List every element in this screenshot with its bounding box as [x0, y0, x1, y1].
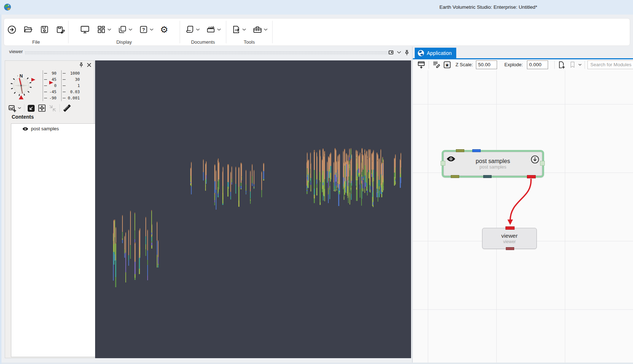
- input-port[interactable]: [472, 149, 481, 152]
- window-edge: [0, 363, 633, 364]
- azimuth-slider[interactable]: 90450-45-90: [43, 70, 56, 101]
- toolbar-separator: [554, 61, 555, 69]
- ribbon-toolbar: File ? ⚙: [4, 18, 630, 46]
- ribbon-group-label: Documents: [191, 39, 215, 46]
- sample-post: [231, 166, 232, 185]
- add-file-button[interactable]: [558, 60, 566, 69]
- sample-post: [381, 163, 382, 197]
- sample-post: [140, 228, 140, 258]
- add-viewport-icon: [8, 104, 16, 112]
- output-port[interactable]: [506, 247, 514, 250]
- scale-slider[interactable]: 10003010.030.001: [61, 70, 80, 101]
- edit-notes-button[interactable]: [432, 60, 441, 69]
- sample-post: [349, 163, 350, 205]
- favorites-button[interactable]: ★: [443, 60, 451, 69]
- node-resize-handle[interactable]: [441, 161, 445, 166]
- toolbox-button[interactable]: [250, 25, 270, 35]
- output-port[interactable]: [483, 175, 492, 178]
- run-button[interactable]: [4, 25, 19, 35]
- help-button[interactable]: ?: [136, 25, 156, 34]
- measure-ruler-button[interactable]: [63, 104, 71, 112]
- sample-post: [370, 149, 371, 193]
- add-file-icon: [558, 61, 566, 69]
- explode-input[interactable]: [527, 60, 548, 69]
- settings-button[interactable]: ⚙: [157, 25, 171, 34]
- application-toolbar: ★ Z Scale: Explode:: [413, 59, 633, 71]
- pane-splitter[interactable]: [412, 47, 413, 363]
- pin-icon[interactable]: [405, 50, 409, 55]
- ribbon-separator: [272, 21, 273, 43]
- add-viewport-button[interactable]: [8, 104, 21, 112]
- dashboard-button[interactable]: [94, 25, 114, 34]
- chevron-down-icon[interactable]: [397, 51, 401, 54]
- sample-post: [323, 149, 324, 185]
- output-port[interactable]: [451, 175, 459, 178]
- slider-tick: -45: [44, 89, 56, 95]
- animation-button[interactable]: [204, 25, 223, 34]
- sample-post: [319, 150, 320, 181]
- save-as-button[interactable]: [53, 25, 68, 35]
- bookmark-button[interactable]: [569, 60, 582, 69]
- export-document-button[interactable]: [229, 25, 249, 34]
- compass-widget[interactable]: N: [7, 71, 35, 101]
- open-folder-icon: [23, 25, 33, 35]
- contents-list[interactable]: post samples: [11, 123, 98, 357]
- visibility-eye-icon[interactable]: [22, 127, 28, 131]
- node-viewer[interactable]: viewer viewer: [482, 228, 537, 249]
- contents-item-post-samples[interactable]: post samples: [11, 124, 97, 133]
- open-project-button[interactable]: [21, 25, 36, 35]
- connection-wire[interactable]: [510, 179, 531, 221]
- fit-to-view-button[interactable]: [27, 104, 35, 112]
- input-port[interactable]: [456, 149, 464, 152]
- sample-post: [191, 162, 192, 194]
- toolbox-icon: [253, 25, 262, 35]
- pin-icon[interactable]: [79, 62, 83, 67]
- sample-post: [122, 215, 123, 243]
- add-module-button[interactable]: [417, 60, 426, 69]
- ribbon-group-label: File: [32, 39, 40, 46]
- module-network-canvas[interactable]: post samples post samples viewer viewer: [413, 70, 633, 364]
- z-scale-input[interactable]: [476, 60, 497, 69]
- explode-label: Explode:: [504, 60, 523, 69]
- sample-post: [125, 232, 126, 282]
- tab-application[interactable]: Application: [415, 48, 456, 58]
- cascade-windows-button[interactable]: [115, 25, 135, 34]
- module-search-input[interactable]: [587, 60, 633, 69]
- sample-post: [379, 158, 380, 197]
- sample-post: [336, 150, 336, 182]
- float-window-icon[interactable]: [388, 50, 394, 55]
- close-icon[interactable]: [87, 63, 91, 67]
- sample-post: [316, 152, 317, 184]
- journal-icon: [185, 25, 195, 34]
- download-circle-icon[interactable]: [531, 155, 539, 164]
- pane-drag-texture[interactable]: [25, 51, 389, 55]
- sample-post: [214, 165, 215, 193]
- contents-item-label: post samples: [31, 126, 59, 131]
- azimuth-marker[interactable]: [31, 78, 35, 82]
- z-scale-label: Z Scale:: [456, 60, 473, 69]
- right-panel-tabbar: Application: [413, 47, 633, 58]
- sample-post: [218, 162, 219, 190]
- sample-post: [357, 151, 358, 177]
- sample-post: [367, 158, 368, 190]
- journal-button[interactable]: [183, 25, 202, 34]
- monitor-button[interactable]: [77, 24, 93, 35]
- sample-post: [339, 154, 340, 195]
- viewport-3d[interactable]: [95, 60, 411, 358]
- sample-post: [151, 210, 152, 241]
- scale-marker[interactable]: [49, 81, 53, 84]
- node-resize-handle[interactable]: [540, 161, 545, 166]
- visibility-eye-icon[interactable]: [446, 156, 456, 162]
- input-port-connected[interactable]: [505, 226, 515, 230]
- pan-mode-button[interactable]: [38, 104, 46, 112]
- output-port-connected[interactable]: [527, 175, 536, 178]
- save-button[interactable]: [37, 25, 52, 34]
- sample-post: [241, 163, 242, 190]
- chevron-down-icon: [264, 28, 267, 31]
- node-post-samples[interactable]: post samples post samples: [442, 150, 544, 178]
- sample-post: [124, 236, 125, 258]
- sample-post: [336, 161, 337, 191]
- chevron-down-icon: [196, 28, 200, 31]
- sample-post: [358, 155, 359, 177]
- ribbon-group-file: File: [4, 19, 68, 46]
